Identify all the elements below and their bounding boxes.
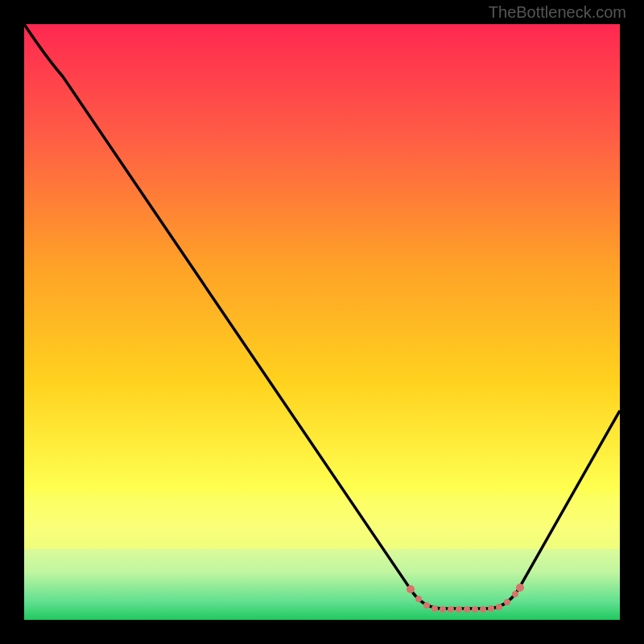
chart-background-gradient (24, 24, 620, 620)
svg-rect-1 (24, 501, 620, 549)
chart-area (24, 24, 620, 620)
watermark-text: TheBottleneck.com (489, 3, 626, 22)
